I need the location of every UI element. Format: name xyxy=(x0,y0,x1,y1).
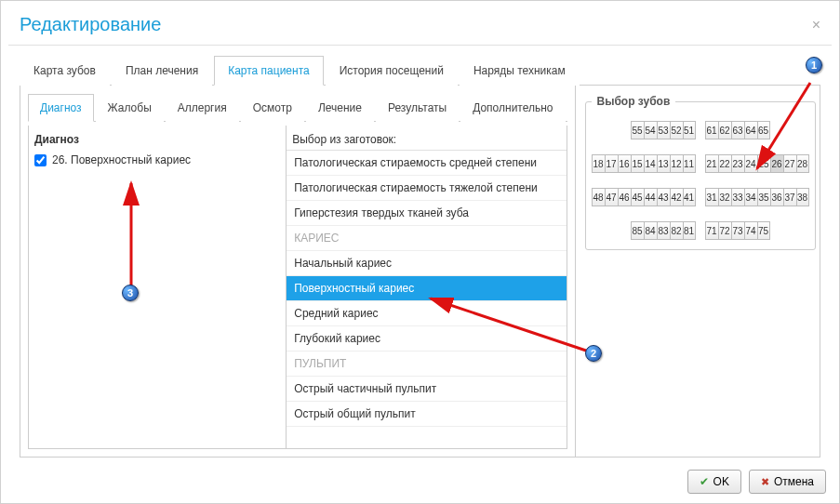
tooth-84[interactable]: 84 xyxy=(644,221,657,240)
tab-treatment-plan[interactable]: План лечения xyxy=(112,56,212,86)
tooth-16[interactable]: 16 xyxy=(618,154,631,173)
dialog-title: Редактирование xyxy=(20,14,161,35)
subtab-exam[interactable]: Осмотр xyxy=(241,94,304,122)
template-item-selected[interactable]: Поверхностный кариес xyxy=(287,276,566,301)
tooth-65[interactable]: 65 xyxy=(757,121,770,139)
tab-technician-orders[interactable]: Наряды техникам xyxy=(460,56,580,86)
tooth-62[interactable]: 62 xyxy=(718,121,731,139)
check-icon xyxy=(700,475,709,488)
template-item[interactable]: Средний кариес xyxy=(287,301,566,326)
close-icon[interactable]: × xyxy=(812,17,820,33)
tab-patient-card[interactable]: Карта пациента xyxy=(214,56,324,86)
tooth-53[interactable]: 53 xyxy=(657,121,670,139)
tooth-73[interactable]: 73 xyxy=(731,221,744,240)
templates-heading: Выбор из заготовок: xyxy=(292,133,560,146)
tooth-72[interactable]: 72 xyxy=(718,221,731,240)
tooth-42[interactable]: 42 xyxy=(670,188,683,206)
tooth-74[interactable]: 74 xyxy=(744,221,757,240)
tooth-63[interactable]: 63 xyxy=(731,121,744,139)
ok-label: OK xyxy=(713,475,729,488)
tooth-34[interactable]: 34 xyxy=(744,188,757,206)
teeth-fieldset: Выбор зубов 5554535251616263646518171615… xyxy=(585,95,816,250)
tooth-14[interactable]: 14 xyxy=(644,154,657,173)
tooth-13[interactable]: 13 xyxy=(657,154,670,173)
tooth-25[interactable]: 25 xyxy=(757,154,770,173)
tooth-17[interactable]: 17 xyxy=(605,154,618,173)
ok-button[interactable]: OK xyxy=(687,470,741,494)
tooth-61[interactable]: 61 xyxy=(705,121,718,139)
tooth-71[interactable]: 71 xyxy=(705,221,718,240)
diagnosis-checkbox[interactable] xyxy=(34,154,47,166)
diagnosis-row: 26. Поверхностный кариес xyxy=(34,152,280,168)
tooth-47[interactable]: 47 xyxy=(605,188,618,206)
tooth-33[interactable]: 33 xyxy=(731,188,744,206)
diagnosis-text: 26. Поверхностный кариес xyxy=(52,153,191,166)
tooth-11[interactable]: 11 xyxy=(683,154,696,173)
main-tabs: Карта зубов План лечения Карта пациента … xyxy=(20,55,820,86)
subtab-complaints[interactable]: Жалобы xyxy=(96,94,164,122)
tooth-52[interactable]: 52 xyxy=(670,121,683,139)
tooth-32[interactable]: 32 xyxy=(718,188,731,206)
tooth-45[interactable]: 45 xyxy=(631,188,644,206)
tooth-83[interactable]: 83 xyxy=(657,221,670,240)
cancel-button[interactable]: Отмена xyxy=(749,470,826,494)
template-item[interactable]: Острый общий пульпит xyxy=(287,402,566,427)
tooth-24[interactable]: 24 xyxy=(744,154,757,173)
tooth-75[interactable]: 75 xyxy=(757,221,770,240)
tooth-37[interactable]: 37 xyxy=(783,188,796,206)
tooth-31[interactable]: 31 xyxy=(705,188,718,206)
tooth-27[interactable]: 27 xyxy=(783,154,796,173)
tooth-85[interactable]: 85 xyxy=(631,221,644,240)
subtab-allergy[interactable]: Аллергия xyxy=(166,94,239,122)
subtab-treatment[interactable]: Лечение xyxy=(306,94,374,122)
tooth-38[interactable]: 38 xyxy=(796,188,809,206)
divider xyxy=(8,45,832,46)
tab-visit-history[interactable]: История посещений xyxy=(326,56,458,86)
subtab-additional[interactable]: Дополнительно xyxy=(460,94,565,122)
template-item[interactable]: Патологическая стираемость средней степе… xyxy=(287,151,566,176)
tooth-36[interactable]: 36 xyxy=(770,188,783,206)
tooth-41[interactable]: 41 xyxy=(683,188,696,206)
tooth-21[interactable]: 21 xyxy=(705,154,718,173)
tab-tooth-map[interactable]: Карта зубов xyxy=(20,56,110,86)
tooth-82[interactable]: 82 xyxy=(670,221,683,240)
tooth-22[interactable]: 22 xyxy=(718,154,731,173)
tooth-55[interactable]: 55 xyxy=(631,121,644,139)
tooth-26[interactable]: 26 xyxy=(770,154,783,173)
template-group: ПУЛЬПИТ xyxy=(287,351,566,377)
tooth-51[interactable]: 51 xyxy=(683,121,696,139)
template-item[interactable]: Начальный кариес xyxy=(287,251,566,276)
tooth-48[interactable]: 48 xyxy=(592,188,605,206)
cancel-label: Отмена xyxy=(774,475,814,488)
template-item[interactable]: Гиперстезия твердых тканей зуба xyxy=(287,201,566,226)
subtab-diagnosis[interactable]: Диагноз xyxy=(28,94,94,122)
template-item[interactable]: Глубокий кариес xyxy=(287,326,566,351)
template-item[interactable]: Патологическая стираемость тяжелой степе… xyxy=(287,176,566,201)
tooth-23[interactable]: 23 xyxy=(731,154,744,173)
tooth-28[interactable]: 28 xyxy=(796,154,809,173)
tooth-35[interactable]: 35 xyxy=(757,188,770,206)
tooth-64[interactable]: 64 xyxy=(744,121,757,139)
tooth-43[interactable]: 43 xyxy=(657,188,670,206)
tooth-54[interactable]: 54 xyxy=(644,121,657,139)
diagnosis-heading: Диагноз xyxy=(34,133,280,146)
tooth-15[interactable]: 15 xyxy=(631,154,644,173)
template-item[interactable]: Острый частичный пульпит xyxy=(287,377,566,402)
sub-tabs: Диагноз Жалобы Аллергия Осмотр Лечение Р… xyxy=(28,93,567,122)
tooth-81[interactable]: 81 xyxy=(683,221,696,240)
teeth-legend: Выбор зубов xyxy=(592,95,676,108)
cancel-icon xyxy=(761,475,769,488)
tooth-18[interactable]: 18 xyxy=(592,154,605,173)
subtab-results[interactable]: Результаты xyxy=(376,94,459,122)
tooth-46[interactable]: 46 xyxy=(618,188,631,206)
tooth-12[interactable]: 12 xyxy=(670,154,683,173)
templates-list[interactable]: Патологическая стираемость средней степе… xyxy=(287,150,566,443)
tooth-44[interactable]: 44 xyxy=(644,188,657,206)
template-group: КАРИЕС xyxy=(287,226,566,251)
